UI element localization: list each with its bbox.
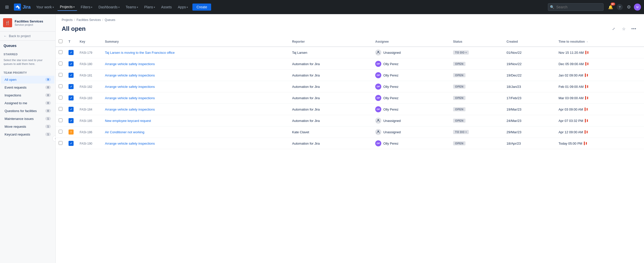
back-to-project-link[interactable]: ← Back to project	[0, 32, 55, 41]
issue-summary-link[interactable]: New employee keycard request	[105, 119, 151, 123]
reporter-cell: Automation for Jira	[289, 81, 372, 92]
starred-section-title: STARRED	[0, 49, 55, 57]
avatar: OP	[375, 140, 381, 146]
time-to-resolution-cell: Apr 12 09:00 AM	[556, 126, 644, 138]
chevron-down-icon: ▾	[118, 6, 120, 9]
row-checkbox[interactable]	[59, 50, 62, 54]
assignee-name: Unassigned	[383, 51, 401, 55]
assignee-cell: Unassigned	[372, 47, 450, 58]
avatar: OP	[375, 84, 381, 90]
more-icon: •••	[631, 27, 636, 31]
nav-assets[interactable]: Assets	[159, 4, 174, 11]
nav-filters[interactable]: Filters ▾	[78, 4, 95, 11]
issue-key-link[interactable]: FASI-180	[80, 62, 92, 66]
table-row: ✓FASI-182Arrange vehicle safety inspecti…	[56, 81, 644, 92]
issue-summary-link[interactable]: Arrange vehicle safety inspections	[105, 62, 155, 66]
sidebar-item-maintenance[interactable]: Maintenance issues 1	[1, 115, 54, 123]
jira-logo[interactable]: Jira	[12, 4, 33, 11]
sidebar: 🍴 Facilities Services Service project ‹ …	[0, 14, 56, 263]
assignee-name: Olly Perez	[383, 73, 398, 77]
avatar: OP	[375, 72, 381, 78]
sidebar-item-all-open[interactable]: All open 9	[1, 76, 54, 84]
th-time-to-resolution[interactable]: Time to resolution ↑	[556, 37, 644, 47]
settings-button[interactable]: ⚙	[625, 3, 633, 11]
sidebar-item-event-requests[interactable]: Event requests 0	[1, 84, 54, 91]
nav-your-work[interactable]: Your work ▾	[34, 4, 56, 11]
assignee-name: Unassigned	[383, 130, 401, 134]
nav-dashboards[interactable]: Dashboards ▾	[96, 4, 122, 11]
svg-point-4	[377, 119, 379, 121]
sidebar-item-inspections[interactable]: Inspections 0	[1, 91, 54, 99]
status-badge: OPEN	[453, 62, 465, 66]
issue-summary-link[interactable]: Arrange vehicle safety inspections	[105, 142, 155, 145]
sidebar-item-questions[interactable]: Questions for facilities 0	[1, 107, 54, 115]
time-value: Apr 07 03:32 PM	[559, 119, 583, 123]
breadcrumb-facilities[interactable]: Facilities Services	[77, 18, 101, 22]
nav-projects[interactable]: Projects ▾	[57, 3, 77, 11]
row-checkbox[interactable]	[59, 118, 62, 122]
sidebar-item-assigned-to-me[interactable]: Assigned to me 0	[1, 99, 54, 107]
more-button[interactable]: •••	[630, 25, 638, 33]
sidebar-collapse-button[interactable]: ‹	[52, 136, 56, 142]
avatar: OP	[375, 95, 381, 101]
assignee-cell: OPOlly Perez	[372, 104, 450, 115]
starred-hint: Select the star icon next to your queues…	[0, 57, 55, 69]
row-checkbox[interactable]	[59, 96, 62, 99]
th-checkbox	[56, 37, 65, 47]
reporter-cell: Automation for Jira	[289, 92, 372, 104]
status-badge[interactable]: TO DO▾	[453, 130, 469, 134]
select-all-checkbox[interactable]	[59, 39, 62, 43]
issue-key-link[interactable]: FASI-190	[80, 142, 92, 145]
time-indicator-icon	[585, 108, 588, 111]
row-checkbox[interactable]	[59, 73, 62, 77]
time-value: Apr 03 09:00 AM	[559, 108, 583, 111]
row-checkbox[interactable]	[59, 141, 62, 145]
issue-summary-link[interactable]: Taj Larsen is moving to the San Francisc…	[105, 51, 175, 55]
reporter-cell: Taj Larsen	[289, 47, 372, 58]
row-checkbox[interactable]	[59, 62, 62, 65]
status-cell: TO DO▾	[450, 47, 503, 58]
star-icon: ☆	[622, 27, 626, 31]
nav-apps[interactable]: Apps ▾	[175, 4, 190, 11]
help-button[interactable]: ?	[616, 3, 624, 11]
table-row: ✓FASI-180Arrange vehicle safety inspecti…	[56, 58, 644, 70]
issue-summary-link[interactable]: Arrange vehicle safety inspections	[105, 85, 155, 89]
search-input[interactable]	[548, 3, 604, 11]
table-header-row: T Key Summary Reporter Assignee Status C…	[56, 37, 644, 47]
issue-summary-link[interactable]: Air Conditioner not working	[105, 130, 144, 134]
breadcrumb: Projects / Facilities Services / Queues	[56, 14, 644, 24]
back-icon: ←	[4, 34, 7, 38]
chevron-down-icon: ▾	[137, 6, 138, 9]
issue-summary-link[interactable]: Arrange vehicle safety inspections	[105, 73, 155, 77]
issue-summary-link[interactable]: Arrange vehicle safety inspections	[105, 108, 155, 111]
create-button[interactable]: Create	[192, 4, 211, 11]
time-indicator-icon	[585, 96, 588, 100]
user-avatar[interactable]: U	[634, 4, 641, 11]
assignee-cell: Unassigned	[372, 126, 450, 138]
issue-summary-link[interactable]: Arrange vehicle safety inspections	[105, 96, 155, 100]
expand-button[interactable]: ⤢	[610, 25, 618, 33]
nav-teams[interactable]: Teams ▾	[123, 4, 141, 11]
row-checkbox[interactable]	[59, 130, 62, 134]
status-badge[interactable]: TO DO▾	[453, 50, 469, 55]
star-button[interactable]: ☆	[620, 25, 628, 33]
breadcrumb-projects[interactable]: Projects	[62, 18, 73, 22]
row-checkbox[interactable]	[59, 84, 62, 88]
notifications-button[interactable]: 🔔 9+	[607, 3, 615, 11]
sidebar-item-keycard-requests[interactable]: Keycard requests 1	[1, 130, 54, 138]
issue-key-link[interactable]: FASI-179	[80, 51, 92, 55]
avatar	[375, 118, 381, 124]
issue-key-link[interactable]: FASI-181	[80, 74, 92, 77]
time-value: Today 05:00 PM	[559, 142, 582, 145]
row-checkbox[interactable]	[59, 107, 62, 111]
th-key: Key	[77, 37, 102, 47]
issue-key-link[interactable]: FASI-186	[80, 130, 92, 134]
grid-icon[interactable]: ⊞	[3, 2, 11, 12]
issue-key-link[interactable]: FASI-183	[80, 96, 92, 100]
nav-plans[interactable]: Plans ▾	[142, 4, 158, 11]
issue-key-link[interactable]: FASI-184	[80, 108, 92, 111]
sidebar-item-move-requests[interactable]: Move requests 1	[1, 123, 54, 130]
chevron-down-icon: ▾	[465, 131, 467, 133]
issue-key-link[interactable]: FASI-185	[80, 119, 92, 123]
issue-key-link[interactable]: FASI-182	[80, 85, 92, 89]
